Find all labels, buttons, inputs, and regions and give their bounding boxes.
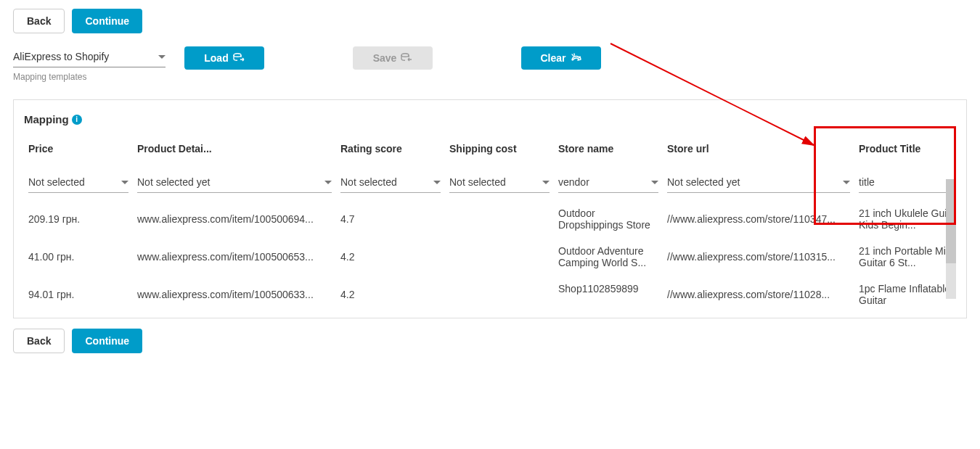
svg-point-0 — [234, 54, 241, 57]
cell-price: 41.00 грн. — [24, 238, 133, 276]
chevron-down-icon — [121, 181, 128, 184]
back-button-bottom[interactable]: Back — [13, 329, 65, 353]
table-row: 94.01 грн. www.aliexpress.com/item/10050… — [24, 276, 956, 313]
map-select-detail[interactable]: Not selected yet — [137, 173, 332, 193]
save-button: Save — [353, 46, 433, 70]
continue-button[interactable]: Continue — [72, 9, 142, 33]
column-header-shipping: Shipping cost — [445, 136, 554, 166]
svg-point-1 — [401, 54, 409, 57]
chevron-down-icon — [158, 55, 166, 59]
cell-rating: 4.2 — [336, 276, 445, 313]
table-row: 209.19 грн. www.aliexpress.com/item/1005… — [24, 200, 956, 238]
chevron-down-icon — [433, 181, 441, 184]
cell-detail: www.aliexpress.com/item/100500694... — [133, 200, 336, 238]
scrollbar-thumb[interactable] — [946, 179, 956, 263]
cell-store: Outdoor Adventure Camping World S... — [554, 238, 663, 276]
clear-icon — [571, 52, 582, 64]
cell-shipping — [445, 276, 554, 313]
chevron-down-icon — [542, 181, 550, 184]
cell-rating: 4.7 — [336, 200, 445, 238]
column-header-title: Product Title — [854, 136, 956, 166]
load-icon — [233, 53, 245, 63]
load-button[interactable]: Load — [184, 46, 264, 70]
mapping-table-scroll[interactable]: Price Product Detai... Rating score Ship… — [24, 136, 956, 313]
cell-url: //www.aliexpress.com/store/110347... — [663, 200, 854, 238]
cell-store: Outdoor Dropshippings Store — [554, 200, 663, 238]
cell-detail: www.aliexpress.com/item/100500633... — [133, 276, 336, 313]
info-icon[interactable]: i — [72, 115, 82, 125]
cell-price: 94.01 грн. — [24, 276, 133, 313]
cell-url: //www.aliexpress.com/store/110315... — [663, 238, 854, 276]
column-header-store: Store name — [554, 136, 663, 166]
back-button[interactable]: Back — [13, 9, 65, 33]
map-select-url[interactable]: Not selected yet — [667, 173, 850, 193]
column-header-rating: Rating score — [336, 136, 445, 166]
map-select-store[interactable]: vendor — [558, 173, 658, 193]
cell-price: 209.19 грн. — [24, 200, 133, 238]
vertical-scrollbar[interactable] — [946, 179, 956, 299]
cell-detail: www.aliexpress.com/item/100500653... — [133, 238, 336, 276]
continue-button-bottom[interactable]: Continue — [72, 329, 142, 353]
save-icon — [401, 53, 412, 63]
column-header-price: Price — [24, 136, 133, 166]
cell-title: 21 inch Portable Mini Guitar 6 St... — [854, 238, 956, 276]
mapping-select-row: Not selected Not selected yet Not select… — [24, 166, 956, 200]
column-header-detail: Product Detai... — [133, 136, 336, 166]
mapping-table: Price Product Detai... Rating score Ship… — [24, 136, 956, 313]
map-select-title[interactable]: title — [859, 173, 956, 193]
mapping-section-title: Mapping — [24, 113, 69, 125]
chevron-down-icon — [324, 181, 332, 184]
cell-rating: 4.2 — [336, 238, 445, 276]
chevron-down-icon — [843, 181, 850, 184]
map-select-rating[interactable]: Not selected — [340, 173, 441, 193]
map-select-shipping[interactable]: Not selected — [449, 173, 550, 193]
map-select-price[interactable]: Not selected — [28, 173, 128, 193]
mapping-template-hint: Mapping templates — [13, 72, 166, 82]
chevron-down-icon — [651, 181, 658, 184]
cell-title: 1pc Flame Inflatable Guitar — [854, 276, 956, 313]
cell-url: //www.aliexpress.com/store/11028... — [663, 276, 854, 313]
cell-shipping — [445, 200, 554, 238]
column-header-url: Store url — [663, 136, 854, 166]
mapping-template-value: AliExpress to Shopify — [13, 51, 109, 62]
mapping-template-select[interactable]: AliExpress to Shopify — [13, 46, 166, 67]
table-row: 41.00 грн. www.aliexpress.com/item/10050… — [24, 238, 956, 276]
mapping-panel: Mapping i Price Product Detai... Rating … — [13, 99, 967, 318]
cell-store: Shop1102859899 — [554, 276, 663, 313]
clear-button[interactable]: Clear — [521, 46, 601, 70]
cell-title: 21 inch Ukulele Guitar Kids Begin... — [854, 200, 956, 238]
cell-shipping — [445, 238, 554, 276]
